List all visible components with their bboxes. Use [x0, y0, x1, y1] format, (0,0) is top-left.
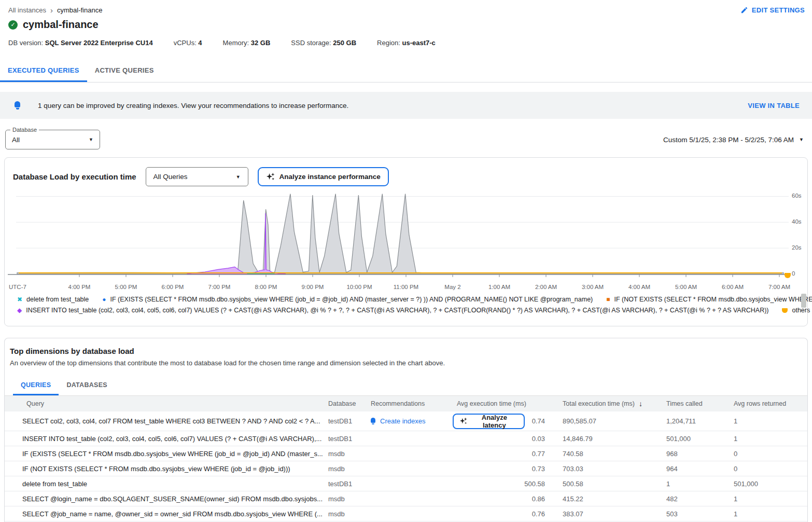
col-avg-rows[interactable]: Avg rows returned	[734, 400, 807, 407]
times-called-cell: 503	[666, 510, 734, 518]
times-called-cell: 501,000	[666, 435, 734, 443]
legend-item[interactable]: ■IF (NOT EXISTS (SELECT * FROM msdb.dbo.…	[606, 296, 812, 303]
col-avg-execution[interactable]: Avg execution time (ms)	[453, 400, 563, 407]
avg-execution-cell: 0.03	[453, 435, 563, 443]
sort-desc-icon[interactable]: ↓	[639, 400, 642, 408]
avg-execution-value: 500.58	[524, 480, 545, 488]
avg-rows-cell: 1	[734, 435, 807, 443]
table-row[interactable]: SELECT @job_name = name, @owner_sid = ow…	[5, 506, 807, 521]
tab-databases[interactable]: DATABASES	[59, 376, 115, 395]
database-select-label: Database	[10, 127, 39, 133]
table-row[interactable]: delete from test_table testDB1 500.58 50…	[5, 476, 807, 491]
x-tick-label: 11:00 PM	[394, 284, 418, 290]
x-tick-label: 5:00 AM	[675, 284, 697, 290]
total-execution-cell: 383.07	[563, 510, 666, 518]
x-tick-label: 2:00 AM	[535, 284, 557, 290]
pencil-icon	[740, 6, 748, 14]
database-select[interactable]: Database All ▼	[5, 130, 100, 149]
top-dimensions-card: Top dimensions by database load An overv…	[4, 338, 808, 522]
query-cell: INSERT INTO test_table (col2, col3, col4…	[5, 435, 328, 443]
legend-label: IF (EXISTS (SELECT * FROM msdb.dbo.sysjo…	[110, 296, 593, 303]
legend-label: delete from test_table	[26, 296, 89, 303]
chart-legend: ✖delete from test_table●IF (EXISTS (SELE…	[5, 292, 807, 314]
database-cell: msdb	[328, 450, 371, 458]
database-cell: msdb	[328, 495, 371, 503]
avg-rows-cell: 1	[734, 495, 807, 503]
legend-label: INSERT INTO test_table (col2, col3, col4…	[26, 307, 768, 314]
table-row[interactable]: IF (EXISTS (SELECT * FROM msdb.dbo.sysjo…	[5, 446, 807, 461]
col-recommendations[interactable]: Recommendations	[371, 400, 453, 407]
legend-item[interactable]: ●IF (EXISTS (SELECT * FROM msdb.dbo.sysj…	[102, 296, 593, 303]
instance-meta: DB version: SQL Server 2022 Enterprise C…	[0, 31, 812, 47]
query-filter-select[interactable]: All Queries ▼	[146, 167, 248, 186]
table-row[interactable]: SELECT col2, col3, col4, col7 FROM test_…	[5, 411, 807, 431]
filter-row: Database All ▼ Custom 5/1/25, 2:38 PM - …	[0, 119, 812, 149]
legend-glyph-icon	[782, 308, 788, 313]
query-cell: IF (NOT EXISTS (SELECT * FROM msdb.dbo.s…	[5, 465, 328, 473]
vcpus: vCPUs: 4	[174, 39, 202, 47]
query-cell: SELECT @job_name = name, @owner_sid = ow…	[5, 510, 328, 518]
load-chart[interactable]: UTC-74:00 PM5:00 PM6:00 PM7:00 PM8:00 PM…	[5, 190, 807, 292]
lightbulb-icon	[15, 101, 20, 109]
time-range-picker[interactable]: Custom 5/1/25, 2:38 PM - 5/2/25, 7:06 AM…	[663, 136, 804, 144]
avg-execution-value: 0.86	[532, 495, 545, 503]
analyze-latency-button[interactable]: Analyze latency	[453, 414, 525, 429]
avg-rows-cell: 501,000	[734, 480, 807, 488]
table-row[interactable]: IF (NOT EXISTS (SELECT * FROM msdb.dbo.s…	[5, 461, 807, 476]
recommendation-cell: Create indexes	[371, 417, 453, 425]
total-execution-cell: 890,585.07	[563, 417, 666, 425]
breadcrumb-all-instances[interactable]: All instances	[8, 6, 46, 14]
avg-execution-cell: 0.86	[453, 495, 563, 503]
tab-active-queries[interactable]: ACTIVE QUERIES	[87, 60, 162, 82]
col-query[interactable]: Query	[5, 400, 328, 407]
load-chart-svg	[5, 190, 808, 283]
status-check-icon: ✓	[8, 20, 18, 30]
times-called-cell: 1,204,711	[666, 417, 734, 425]
x-tick-label: 10:00 PM	[346, 284, 372, 290]
main-tabs: EXECUTED QUERIES ACTIVE QUERIES	[0, 60, 812, 83]
x-tick-label: 6:00 AM	[722, 284, 744, 290]
avg-execution-value: 0.74	[532, 417, 545, 425]
database-cell: testDB1	[328, 417, 371, 425]
tab-executed-queries[interactable]: EXECUTED QUERIES	[0, 60, 87, 82]
query-cell: delete from test_table	[5, 480, 328, 488]
y-tick-label: 20s	[792, 244, 802, 251]
x-tick-label: 7:00 AM	[768, 284, 790, 290]
edit-settings-button[interactable]: EDIT SETTINGS	[740, 6, 805, 14]
query-cell: IF (EXISTS (SELECT * FROM msdb.dbo.sysjo…	[5, 450, 328, 458]
legend-scrollbar[interactable]	[801, 294, 806, 308]
database-select-value: All	[12, 136, 89, 144]
col-total-execution[interactable]: Total execution time (ms) ↓	[563, 400, 666, 408]
database-load-card: Database Load by execution time All Quer…	[4, 157, 808, 326]
analyze-instance-performance-button[interactable]: Analyze instance performance	[258, 167, 389, 186]
view-in-table-button[interactable]: VIEW IN TABLE	[748, 102, 800, 109]
avg-execution-cell: 500.58	[453, 480, 563, 488]
analyze-instance-performance-label: Analyze instance performance	[279, 173, 381, 181]
avg-rows-cell: 0	[734, 465, 807, 473]
top-dimensions-title: Top dimensions by database load	[10, 347, 807, 355]
create-indexes-link[interactable]: Create indexes	[380, 417, 425, 425]
database-cell: testDB1	[328, 435, 371, 443]
legend-item[interactable]: ◆INSERT INTO test_table (col2, col3, col…	[17, 307, 768, 314]
avg-rows-cell: 1	[734, 417, 807, 425]
chart-header: Database Load by execution time All Quer…	[5, 158, 807, 188]
y-tick-label: 60s	[792, 193, 802, 199]
avg-execution-value: 0.03	[532, 435, 545, 443]
legend-item[interactable]: ✖delete from test_table	[17, 296, 89, 303]
col-times-called[interactable]: Times called	[666, 400, 734, 407]
x-axis-labels: UTC-74:00 PM5:00 PM6:00 PM7:00 PM8:00 PM…	[5, 284, 807, 292]
ssd-storage: SSD storage: 250 GB	[291, 39, 356, 47]
x-tick-label: 5:00 PM	[115, 284, 137, 290]
col-database[interactable]: Database	[328, 400, 371, 407]
table-body: SELECT col2, col3, col4, col7 FROM test_…	[5, 411, 807, 521]
table-row[interactable]: SELECT @login_name = dbo.SQLAGENT_SUSER_…	[5, 491, 807, 506]
database-cell: msdb	[328, 465, 371, 473]
x-tick-label: 9:00 PM	[302, 284, 324, 290]
x-tick-label: 8:00 PM	[255, 284, 277, 290]
query-filter-value: All Queries	[153, 173, 236, 181]
tab-queries[interactable]: QUERIES	[13, 376, 59, 395]
table-row[interactable]: INSERT INTO test_table (col2, col3, col4…	[5, 431, 807, 446]
legend-item[interactable]: others	[782, 307, 810, 314]
total-execution-cell: 415.22	[563, 495, 666, 503]
avg-execution-cell: 0.77	[453, 450, 563, 458]
